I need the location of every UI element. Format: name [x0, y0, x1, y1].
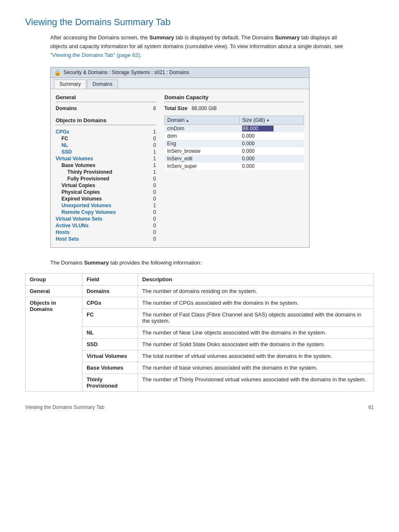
- general-heading: General: [56, 94, 156, 102]
- th-size[interactable]: Size (GiB): [240, 116, 304, 125]
- domain-size-inservbrowse: 0.000: [240, 147, 304, 155]
- obj-row-vc: Virtual Copies 0: [56, 182, 156, 189]
- footer-right: 61: [368, 404, 374, 410]
- domain-size-dom: 0.000: [240, 132, 304, 140]
- obj-row-ssd: SSD 1: [56, 149, 156, 155]
- domain-name-eng: Eng: [165, 140, 240, 147]
- obj-label-cpgs[interactable]: CPGs: [56, 129, 69, 135]
- below-paragraph: The Domains Summary tab provides the fol…: [50, 260, 374, 266]
- desc-nl: The number of Near Line objects associat…: [138, 327, 374, 339]
- domain-name-inservbrowse: InServ_browse: [165, 147, 240, 155]
- domain-name-inservsuper: InServ_super: [165, 162, 240, 170]
- th-domain[interactable]: Domain: [165, 116, 240, 125]
- intro-link[interactable]: "Viewing the Domains Tab" (page 62): [50, 52, 140, 58]
- obj-row-av: Active VLUNs 0: [56, 222, 156, 229]
- obj-row-bv: Base Volumes 1: [56, 162, 156, 169]
- left-column: General Domains 6 Objects in Domains CPG…: [56, 94, 156, 242]
- domain-row-cmdom: cmDom 88.000: [165, 125, 304, 133]
- obj-count-fc: 0: [148, 136, 156, 141]
- panel-content: General Domains 6 Objects in Domains CPG…: [51, 89, 309, 247]
- info-table: Group Field Description General Domains …: [25, 273, 374, 392]
- domain-row-inservedit: InServ_edit 0.000: [165, 155, 304, 162]
- domain-row-inservsuper: InServ_super 0.000: [165, 162, 304, 170]
- obj-count-cpgs: 1: [148, 129, 156, 135]
- obj-row-vvs: Virtual Volume Sets 0: [56, 216, 156, 222]
- obj-label-tp: Thinly Provisioned: [56, 169, 112, 175]
- intro-text-1: After accessing the Domains screen, the: [50, 34, 149, 41]
- desc-vv: The total number of virtual volumes asso…: [138, 350, 374, 362]
- domain-name-cmdom: cmDom: [165, 125, 240, 133]
- obj-count-rcv: 0: [148, 209, 156, 215]
- obj-row-uv: Unexported Volumes 1: [56, 202, 156, 209]
- domains-value: 6: [143, 105, 156, 111]
- field-fc: FC: [82, 309, 138, 327]
- obj-count-vvs: 0: [148, 216, 156, 222]
- panel-tabs: Summary Domains: [51, 78, 309, 89]
- obj-count-vc: 0: [148, 182, 156, 188]
- obj-count-bv: 1: [148, 162, 156, 168]
- intro-text-4: .: [140, 52, 142, 58]
- desc-cpgs: The number of CPGs associated with the d…: [138, 297, 374, 309]
- panel-icon: 🔒: [54, 69, 61, 76]
- obj-label-nl[interactable]: NL: [56, 142, 68, 148]
- obj-row-tp: Thinly Provisioned 1: [56, 169, 156, 175]
- domain-size-inservedit: 0.000: [240, 155, 304, 162]
- panel-titlebar: 🔒 Security & Domains : Storage Systems :…: [51, 67, 309, 78]
- obj-label-fc: FC: [56, 136, 68, 141]
- field-tp: Thinly Provisioned: [82, 374, 138, 392]
- below-bold: Summary: [84, 260, 109, 266]
- screenshot-panel: 🔒 Security & Domains : Storage Systems :…: [50, 67, 309, 248]
- obj-count-uv: 1: [148, 203, 156, 208]
- obj-count-ssd: 1: [148, 149, 156, 155]
- info-row-general: General Domains The number of domains re…: [26, 285, 374, 297]
- objects-heading: Objects in Domains: [56, 117, 156, 125]
- obj-count-hs: 0: [148, 236, 156, 242]
- domain-size-cmdom: 88.000: [240, 125, 304, 133]
- domain-name-inservedit: InServ_edit: [165, 155, 240, 162]
- th-group: Group: [26, 274, 82, 285]
- obj-label-ev: Expired Volumes: [56, 196, 102, 202]
- obj-count-pc: 0: [148, 189, 156, 195]
- below-text-1: The Domains: [50, 260, 84, 266]
- obj-label-ssd[interactable]: SSD: [56, 149, 72, 155]
- obj-label-vvs[interactable]: Virtual Volume Sets: [56, 216, 102, 222]
- obj-count-tp: 1: [148, 169, 156, 175]
- info-row-cpgs: Objects in Domains CPGs The number of CP…: [26, 297, 374, 309]
- obj-row-hs: Host Sets 0: [56, 236, 156, 242]
- th-description: Description: [138, 274, 374, 285]
- obj-row-ev: Expired Volumes 0: [56, 195, 156, 202]
- obj-label-hs[interactable]: Host Sets: [56, 236, 79, 242]
- field-domains: Domains: [82, 285, 138, 297]
- obj-label-uv[interactable]: Unexported Volumes: [56, 203, 111, 208]
- group-objects: Objects in Domains: [26, 297, 82, 392]
- obj-label-vv[interactable]: Virtual Volumes: [56, 156, 93, 162]
- domain-capacity-heading: Domain Capacity: [164, 94, 304, 102]
- tab-summary[interactable]: Summary: [54, 80, 86, 89]
- obj-label-av[interactable]: Active VLUNs: [56, 223, 89, 229]
- obj-count-vv: 1: [148, 156, 156, 162]
- tab-domains[interactable]: Domains: [87, 80, 118, 89]
- domain-table: Domain Size (GiB) cmDom 88.000 dom: [164, 116, 304, 170]
- obj-row-pc: Physical Copies 0: [56, 189, 156, 195]
- obj-count-av: 0: [148, 223, 156, 229]
- obj-row-cpgs: CPGs 1: [56, 129, 156, 135]
- field-vv: Virtual Volumes: [82, 350, 138, 362]
- obj-label-bv: Base Volumes: [56, 162, 95, 168]
- desc-fc: The number of Fast Class (Fibre Channel …: [138, 309, 374, 327]
- obj-label-rcv[interactable]: Remote Copy Volumes: [56, 209, 116, 215]
- desc-domains: The number of domains residing on the sy…: [138, 285, 374, 297]
- obj-label-hosts[interactable]: Hosts: [56, 229, 69, 235]
- domain-row-dom: dom 0.000: [165, 132, 304, 140]
- page-title: Viewing the Domains Summary Tab: [25, 17, 374, 28]
- obj-row-vv: Virtual Volumes 1: [56, 155, 156, 162]
- obj-count-nl: 0: [148, 142, 156, 148]
- desc-bv: The number of base volumes associated wi…: [138, 362, 374, 374]
- field-bv: Base Volumes: [82, 362, 138, 374]
- obj-row-fp: Fully Provisioned 0: [56, 175, 156, 182]
- obj-label-vc: Virtual Copies: [56, 182, 95, 188]
- domain-size-inservsuper: 0.000: [240, 162, 304, 170]
- group-general: General: [26, 285, 82, 297]
- field-cpgs: CPGs: [82, 297, 138, 309]
- objects-section: Objects in Domains CPGs 1 FC 0 NL 0: [56, 117, 156, 242]
- domain-name-dom: dom: [165, 132, 240, 140]
